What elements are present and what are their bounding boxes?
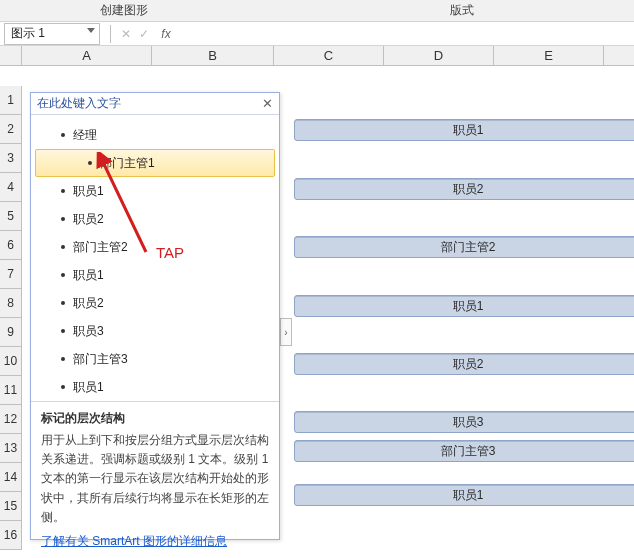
smartart-bar[interactable]: 职员1	[294, 484, 634, 506]
column-header[interactable]: C	[274, 46, 384, 65]
list-item-label: 经理	[73, 127, 97, 144]
ribbon: 创建图形 版式	[0, 0, 634, 22]
list-item-label: 职员1	[73, 183, 104, 200]
row-header[interactable]: 4	[0, 173, 22, 202]
list-item-label: 部门主管2	[73, 239, 128, 256]
divider	[110, 25, 111, 43]
bullet-icon	[61, 245, 65, 249]
info-title: 标记的层次结构	[41, 410, 269, 427]
bullet-icon	[88, 161, 92, 165]
info-link[interactable]: 了解有关 SmartArt 图形的详细信息	[41, 533, 227, 550]
smartart-bar[interactable]: 部门主管3	[294, 440, 634, 462]
row-header[interactable]: 8	[0, 289, 22, 318]
bullet-icon	[61, 133, 65, 137]
list-item[interactable]: 职员1	[31, 261, 279, 289]
row-header[interactable]: 9	[0, 318, 22, 347]
bullet-icon	[61, 189, 65, 193]
ribbon-group-layout: 版式	[450, 2, 474, 19]
list-item-label: 职员3	[73, 323, 104, 340]
ribbon-group-create-shapes: 创建图形	[100, 2, 148, 19]
list-item-label: 部门主管1	[100, 155, 155, 172]
row-header[interactable]: 7	[0, 260, 22, 289]
row-header[interactable]: 12	[0, 405, 22, 434]
smartart-bar[interactable]: 职员2	[294, 178, 634, 200]
chevron-right-icon: ›	[284, 327, 287, 338]
pane-title-bar: 在此处键入文字 ✕	[31, 93, 279, 115]
chevron-down-icon	[87, 28, 95, 33]
list-item[interactable]: 职员3	[31, 317, 279, 345]
row-headers: 1 2 3 4 5 6 7 8 9 10 11 12 13 14 15 16	[0, 86, 22, 550]
bullet-icon	[61, 357, 65, 361]
row-header[interactable]: 5	[0, 202, 22, 231]
list-item[interactable]: 职员2	[31, 289, 279, 317]
smartart-bar[interactable]: 职员1	[294, 295, 634, 317]
name-box-value: 图示 1	[11, 25, 45, 42]
list-item[interactable]: 职员2	[31, 205, 279, 233]
column-header[interactable]: E	[494, 46, 604, 65]
bullet-icon	[61, 273, 65, 277]
column-header[interactable]: A	[22, 46, 152, 65]
smartart-text-pane[interactable]: 在此处键入文字 ✕ 经理 部门主管1 职员1 职员2 部门主管2 职员1 职员2…	[30, 92, 280, 540]
row-header[interactable]: 1	[0, 86, 22, 115]
list-item[interactable]: 部门主管1	[35, 149, 275, 177]
check-icon[interactable]: ✓	[135, 25, 153, 43]
list-item[interactable]: 部门主管2	[31, 233, 279, 261]
row-header[interactable]: 2	[0, 115, 22, 144]
smartart-bar[interactable]: 职员1	[294, 119, 634, 141]
collapse-pane-handle[interactable]: ›	[280, 318, 292, 346]
row-header[interactable]: 13	[0, 434, 22, 463]
bullet-icon	[61, 301, 65, 305]
list-item-label: 职员2	[73, 295, 104, 312]
cancel-icon[interactable]: ✕	[117, 25, 135, 43]
close-icon[interactable]: ✕	[259, 95, 275, 111]
info-body: 用于从上到下和按层分组方式显示层次结构关系递进。强调标题或级别 1 文本。级别 …	[41, 431, 269, 527]
fx-icon[interactable]: fx	[157, 25, 175, 43]
list-item[interactable]: 职员1	[31, 177, 279, 205]
list-item-label: 职员2	[73, 211, 104, 228]
row-header[interactable]: 16	[0, 521, 22, 550]
pane-info-section: 标记的层次结构 用于从上到下和按层分组方式显示层次结构关系递进。强调标题或级别 …	[31, 401, 279, 558]
list-item[interactable]: 职员1	[31, 373, 279, 401]
pane-title: 在此处键入文字	[37, 95, 121, 112]
formula-bar: 图示 1 ✕ ✓ fx	[0, 22, 634, 46]
smartart-bar[interactable]: 部门主管2	[294, 236, 634, 258]
list-item[interactable]: 部门主管3	[31, 345, 279, 373]
column-header[interactable]: B	[152, 46, 274, 65]
list-item-label: 职员1	[73, 267, 104, 284]
smartart-bar[interactable]: 职员2	[294, 353, 634, 375]
bullet-icon	[61, 329, 65, 333]
row-header[interactable]: 3	[0, 144, 22, 173]
list-item-label: 职员1	[73, 379, 104, 396]
smartart-bar[interactable]: 职员3	[294, 411, 634, 433]
list-item-label: 部门主管3	[73, 351, 128, 368]
bullet-icon	[61, 385, 65, 389]
row-header[interactable]: 10	[0, 347, 22, 376]
row-header[interactable]: 11	[0, 376, 22, 405]
name-box[interactable]: 图示 1	[4, 23, 100, 45]
row-header[interactable]: 15	[0, 492, 22, 521]
bullet-icon	[61, 217, 65, 221]
list-item[interactable]: 经理	[31, 121, 279, 149]
pane-item-list: 经理 部门主管1 职员1 职员2 部门主管2 职员1 职员2 职员3 部门主管3…	[31, 115, 279, 401]
row-header[interactable]: 14	[0, 463, 22, 492]
select-all-corner[interactable]	[0, 46, 22, 65]
row-header[interactable]: 6	[0, 231, 22, 260]
column-header[interactable]: D	[384, 46, 494, 65]
column-headers: A B C D E	[0, 46, 634, 66]
